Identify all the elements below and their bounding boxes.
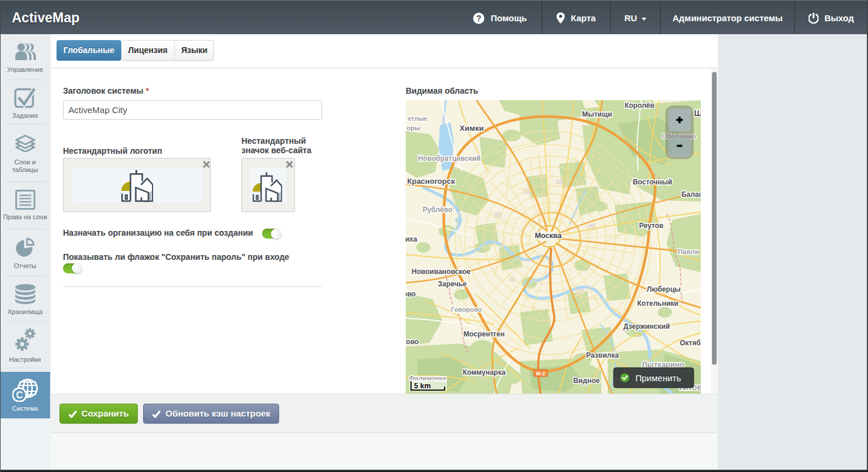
svg-text:Восточный: Восточный bbox=[632, 178, 672, 186]
svg-text:Москва: Москва bbox=[535, 232, 562, 240]
svg-text:Королёв: Королёв bbox=[625, 101, 655, 110]
svg-text:Красногорск: Красногорск bbox=[408, 177, 455, 186]
svg-text:оры: оры bbox=[407, 124, 420, 131]
svg-text:Балаш: Балаш bbox=[681, 190, 701, 199]
svg-text:Говорово: Говорово bbox=[451, 306, 482, 313]
svg-text:Котельники: Котельники bbox=[637, 299, 678, 308]
svg-text:Заречье: Заречье bbox=[438, 280, 467, 288]
svg-text:Применить: Применить bbox=[635, 373, 681, 383]
svg-text:5 km: 5 km bbox=[414, 382, 431, 390]
svg-text:Люберцы: Люберцы bbox=[647, 285, 681, 293]
svg-text:?: ? bbox=[476, 14, 482, 23]
svg-text:Октяб: Октяб bbox=[680, 339, 701, 347]
svg-text:Щ: Щ bbox=[694, 108, 701, 118]
svg-text:Новоивановское: Новоивановское bbox=[412, 268, 471, 276]
svg-text:Коммунарка: Коммунарка bbox=[463, 368, 506, 377]
svg-text:Павли: Павли bbox=[678, 248, 699, 255]
svg-text:Химки: Химки bbox=[460, 124, 484, 133]
svg-text:C: C bbox=[16, 390, 23, 400]
svg-text:Видное: Видное bbox=[574, 377, 600, 385]
svg-text:Новобратцевский: Новобратцевский bbox=[418, 154, 481, 163]
svg-text:иха: иха bbox=[406, 235, 418, 243]
svg-text:ово: ово bbox=[406, 290, 416, 298]
svg-text:етлые: етлые bbox=[408, 115, 428, 122]
svg-text:Реутов: Реутов bbox=[639, 222, 663, 230]
svg-text:М-2: М-2 bbox=[536, 371, 545, 377]
svg-text:Мосрентген: Мосрентген bbox=[463, 330, 505, 338]
svg-text:уково: уково bbox=[406, 338, 419, 346]
svg-text:Мытищи: Мытищи bbox=[582, 110, 612, 118]
svg-text:Рублёво: Рублёво bbox=[423, 206, 453, 214]
svg-text:Дзержинский: Дзержинский bbox=[623, 322, 670, 331]
svg-text:Развилка: Развилка bbox=[586, 351, 619, 359]
